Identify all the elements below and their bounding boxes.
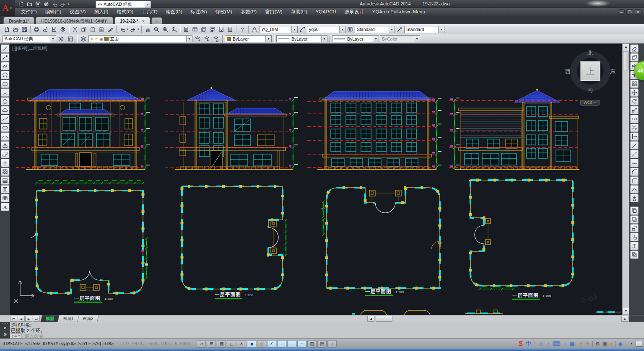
undo-button[interactable] xyxy=(118,25,127,34)
match-properties-button[interactable] xyxy=(106,25,114,34)
zoom-window-button[interactable] xyxy=(161,25,169,34)
command-input[interactable] xyxy=(24,333,150,338)
table-style-button[interactable] xyxy=(346,25,354,34)
break-button[interactable] xyxy=(630,150,639,158)
text-style-combo[interactable]: YQ_DIM▼ xyxy=(259,26,298,33)
publish-button[interactable] xyxy=(50,25,58,34)
layer-combo[interactable]: ● ☀ ▣ 立面▼ xyxy=(88,35,192,42)
color-combo[interactable]: ByLayer▼ xyxy=(225,35,272,42)
copy-button[interactable] xyxy=(630,53,639,62)
layer-iso-button[interactable] xyxy=(212,35,220,43)
compass-east[interactable]: 东 xyxy=(610,68,615,75)
spline-button[interactable] xyxy=(1,115,9,123)
restore-button[interactable]: ❐ xyxy=(626,9,633,15)
etransmit-button[interactable] xyxy=(59,25,67,34)
fillet-button[interactable] xyxy=(630,176,639,185)
join-button[interactable] xyxy=(630,159,639,167)
application-menu-button[interactable]: A ▼ xyxy=(0,0,15,16)
table-style-combo[interactable]: Standard▼ xyxy=(355,26,395,33)
polygon-button[interactable] xyxy=(1,71,9,79)
layout-nav-3[interactable]: ⏭ xyxy=(33,316,40,322)
design-center-button[interactable] xyxy=(191,25,199,34)
bring-to-front-button[interactable] xyxy=(630,206,639,215)
view-compass[interactable]: 北 南 西 东 上 xyxy=(568,50,614,97)
pan-button[interactable] xyxy=(143,25,152,34)
file-tab-2[interactable]: 19-2-22-*✕ xyxy=(114,17,150,24)
extend-button[interactable] xyxy=(630,132,639,141)
dock-grip[interactable] xyxy=(2,323,8,324)
open-button[interactable] xyxy=(26,1,33,7)
text-to-front-button[interactable] xyxy=(630,242,639,250)
rotate-button[interactable] xyxy=(630,97,639,106)
layout-nav-0[interactable]: ⏮ xyxy=(10,316,17,322)
toggle-osnap[interactable]: ■ xyxy=(247,340,256,348)
circle-button[interactable] xyxy=(1,97,9,106)
bring-above-button[interactable] xyxy=(630,224,639,232)
menu-7[interactable]: 标注(N) xyxy=(187,8,211,15)
zoom-realtime-button[interactable] xyxy=(152,25,161,34)
toggle-ortho[interactable]: ∟ xyxy=(227,340,236,348)
lineweight-combo[interactable]: ByLayer▼ xyxy=(332,35,379,42)
toggle-transparency[interactable]: ▨ xyxy=(307,340,317,348)
plot-preview-button[interactable] xyxy=(41,25,49,34)
open-button[interactable] xyxy=(11,25,20,34)
hatch-button[interactable] xyxy=(1,168,9,176)
region-button[interactable] xyxy=(1,185,9,194)
punctuation-icon[interactable]: ’ xyxy=(534,341,535,347)
file-tab-0[interactable]: Drawing1* xyxy=(3,17,34,24)
polyline-button[interactable] xyxy=(1,62,9,70)
settings-gear-icon[interactable]: ⚙ xyxy=(595,341,600,347)
quick-calc-button[interactable] xyxy=(226,25,234,34)
toggle-infer-constraints[interactable]: ⊿ xyxy=(197,340,206,348)
break-at-point-button[interactable] xyxy=(630,141,639,150)
tab-model[interactable]: 模型 xyxy=(40,315,60,322)
paste-special-button[interactable] xyxy=(97,25,106,34)
ellipse-arc-button[interactable] xyxy=(1,132,9,141)
help-button[interactable] xyxy=(238,25,247,34)
compass-north[interactable]: 北 xyxy=(587,49,593,57)
clean-screen-button[interactable] xyxy=(636,341,642,347)
mleader-style-combo[interactable]: Standard▼ xyxy=(404,26,444,33)
performance-icon[interactable]: ● xyxy=(610,341,613,347)
workspace-combo-titlebar[interactable]: AutoCAD 经典 ▼ xyxy=(96,1,151,8)
menu-1[interactable]: 编辑(E) xyxy=(41,8,65,15)
multiline-text-button[interactable]: A xyxy=(1,203,9,211)
table-button[interactable] xyxy=(1,194,9,202)
workspace-settings-button[interactable] xyxy=(66,35,75,43)
chevron-down-icon[interactable]: ▼ xyxy=(137,28,140,31)
soft-keyboard-icon[interactable]: ⌨ xyxy=(553,341,561,347)
new-button[interactable] xyxy=(18,1,25,7)
toggle-quick-properties[interactable]: ▤ xyxy=(317,340,327,348)
tab-layout1[interactable]: 布局1 xyxy=(57,315,79,322)
construction-line-button[interactable] xyxy=(1,53,9,62)
tab-layout2[interactable]: 布局2 xyxy=(77,315,99,322)
annotation-bulb-icon[interactable]: ○ xyxy=(625,341,628,347)
stretch-button[interactable] xyxy=(630,115,639,123)
toggle-lineweight[interactable]: ≡ xyxy=(297,340,306,348)
bulb-icon[interactable]: ● xyxy=(91,36,93,41)
toggle-osnap-3d[interactable]: ◇ xyxy=(257,340,266,348)
array-button[interactable] xyxy=(630,80,639,88)
send-under-button[interactable] xyxy=(630,233,639,241)
layout-nav-2[interactable]: ▶ xyxy=(25,316,32,322)
command-prompt-icon[interactable]: ▷≡ ▼ xyxy=(11,333,22,338)
toggle-dynamic-ucs[interactable]: ⊥ xyxy=(277,340,286,348)
viewcube-top-face[interactable]: 上 xyxy=(580,61,600,81)
arc-button[interactable] xyxy=(1,88,9,97)
voice-icon[interactable]: ♪ xyxy=(547,341,550,347)
menu-3[interactable]: 插入(I) xyxy=(90,8,112,15)
menu-8[interactable]: 修改(M) xyxy=(211,8,236,15)
copy-clip-button[interactable] xyxy=(80,25,88,34)
file-tab-1[interactable]: HD190816-169特色景墙(1~6#楼)* xyxy=(36,17,113,24)
scroll-down-button[interactable]: ▼ xyxy=(623,308,629,315)
undo-button[interactable] xyxy=(51,1,58,7)
toggle-otrack[interactable]: ∠ xyxy=(267,340,276,348)
point-button[interactable] xyxy=(1,159,9,167)
scale-button[interactable] xyxy=(630,106,639,114)
chinese-mode-icon[interactable]: 中 xyxy=(526,340,531,348)
vertical-scroll-thumb[interactable] xyxy=(623,51,628,70)
layer-states-button[interactable] xyxy=(193,35,202,43)
isolate-objects-icon[interactable]: ◉ xyxy=(618,341,622,347)
skin-icon[interactable]: T xyxy=(564,341,567,347)
menu-5[interactable]: 工具(T) xyxy=(138,8,162,15)
